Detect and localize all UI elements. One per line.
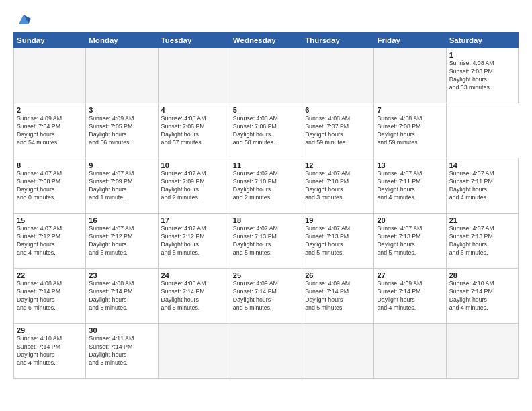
cell-info: Sunrise: 4:11 AMSunset: 7:14 PMDaylight … (89, 335, 134, 366)
calendar-cell: 15Sunrise: 4:07 AMSunset: 7:12 PMDayligh… (14, 214, 86, 269)
cell-info: Sunrise: 4:07 AMSunset: 7:08 PMDaylight … (17, 170, 62, 201)
cell-info: Sunrise: 4:07 AMSunset: 7:12 PMDaylight … (89, 225, 134, 256)
calendar-cell: 18Sunrise: 4:07 AMSunset: 7:13 PMDayligh… (230, 214, 302, 269)
cell-info: Sunrise: 4:07 AMSunset: 7:13 PMDaylight … (305, 225, 350, 256)
day-number: 20 (377, 216, 443, 224)
calendar-cell: 9Sunrise: 4:07 AMSunset: 7:09 PMDaylight… (86, 158, 158, 214)
calendar-cell: 26Sunrise: 4:09 AMSunset: 7:14 PMDayligh… (302, 269, 374, 324)
cell-info: Sunrise: 4:10 AMSunset: 7:14 PMDaylight … (17, 335, 62, 366)
calendar-cell: 3Sunrise: 4:09 AMSunset: 7:05 PMDaylight… (86, 103, 158, 158)
calendar-cell: 28Sunrise: 4:10 AMSunset: 7:14 PMDayligh… (446, 269, 518, 324)
calendar-cell-empty (86, 48, 158, 103)
cell-info: Sunrise: 4:09 AMSunset: 7:14 PMDaylight … (305, 280, 350, 311)
calendar: SundayMondayTuesdayWednesdayThursdayFrid… (13, 32, 519, 379)
day-number: 24 (161, 271, 227, 279)
header (13, 12, 519, 27)
calendar-cell: 20Sunrise: 4:07 AMSunset: 7:13 PMDayligh… (374, 214, 446, 269)
calendar-cell: 30Sunrise: 4:11 AMSunset: 7:14 PMDayligh… (86, 324, 158, 379)
calendar-cell: 5Sunrise: 4:08 AMSunset: 7:06 PMDaylight… (230, 103, 302, 158)
day-number: 6 (305, 106, 371, 114)
calendar-cell: 7Sunrise: 4:08 AMSunset: 7:08 PMDaylight… (374, 103, 446, 158)
calendar-cell: 10Sunrise: 4:07 AMSunset: 7:09 PMDayligh… (158, 158, 230, 214)
cell-info: Sunrise: 4:07 AMSunset: 7:09 PMDaylight … (161, 170, 206, 201)
day-number: 22 (17, 271, 83, 279)
calendar-cell: 23Sunrise: 4:08 AMSunset: 7:14 PMDayligh… (86, 269, 158, 324)
cell-info: Sunrise: 4:07 AMSunset: 7:12 PMDaylight … (17, 225, 62, 256)
cell-info: Sunrise: 4:09 AMSunset: 7:14 PMDaylight … (233, 280, 278, 311)
day-number: 29 (17, 326, 83, 334)
day-header: Monday (86, 33, 158, 48)
calendar-cell-empty (230, 324, 302, 379)
calendar-cell: 24Sunrise: 4:08 AMSunset: 7:14 PMDayligh… (158, 269, 230, 324)
calendar-row: 29Sunrise: 4:10 AMSunset: 7:14 PMDayligh… (14, 324, 519, 379)
calendar-cell: 11Sunrise: 4:07 AMSunset: 7:10 PMDayligh… (230, 158, 302, 214)
cell-info: Sunrise: 4:08 AMSunset: 7:03 PMDaylight … (449, 60, 494, 91)
calendar-cell-empty (14, 48, 86, 103)
day-number: 7 (377, 106, 443, 114)
calendar-cell-empty (158, 324, 230, 379)
calendar-cell-empty (158, 48, 230, 103)
day-header: Saturday (446, 33, 518, 48)
day-header: Thursday (302, 33, 374, 48)
day-header: Tuesday (158, 33, 230, 48)
day-header: Sunday (14, 33, 86, 48)
cell-info: Sunrise: 4:07 AMSunset: 7:10 PMDaylight … (233, 170, 278, 201)
calendar-cell: 14Sunrise: 4:07 AMSunset: 7:11 PMDayligh… (446, 158, 518, 214)
cell-info: Sunrise: 4:07 AMSunset: 7:10 PMDaylight … (305, 170, 350, 201)
day-number: 11 (233, 161, 299, 169)
calendar-cell: 22Sunrise: 4:08 AMSunset: 7:14 PMDayligh… (14, 269, 86, 324)
cell-info: Sunrise: 4:07 AMSunset: 7:13 PMDaylight … (377, 225, 422, 256)
day-number: 10 (161, 161, 227, 169)
calendar-row: 22Sunrise: 4:08 AMSunset: 7:14 PMDayligh… (14, 269, 519, 324)
calendar-cell: 1Sunrise: 4:08 AMSunset: 7:03 PMDaylight… (446, 48, 518, 103)
day-number: 12 (305, 161, 371, 169)
day-header: Friday (374, 33, 446, 48)
day-number: 9 (89, 161, 154, 169)
cell-info: Sunrise: 4:07 AMSunset: 7:09 PMDaylight … (89, 170, 134, 201)
calendar-cell: 29Sunrise: 4:10 AMSunset: 7:14 PMDayligh… (14, 324, 86, 379)
day-number: 13 (377, 161, 443, 169)
calendar-cell-empty (374, 48, 446, 103)
cell-info: Sunrise: 4:08 AMSunset: 7:14 PMDaylight … (161, 280, 206, 311)
day-number: 4 (161, 106, 227, 114)
calendar-header-row: SundayMondayTuesdayWednesdayThursdayFrid… (14, 33, 519, 48)
cell-info: Sunrise: 4:07 AMSunset: 7:12 PMDaylight … (161, 225, 206, 256)
calendar-cell: 12Sunrise: 4:07 AMSunset: 7:10 PMDayligh… (302, 158, 374, 214)
cell-info: Sunrise: 4:07 AMSunset: 7:13 PMDaylight … (233, 225, 278, 256)
calendar-cell: 25Sunrise: 4:09 AMSunset: 7:14 PMDayligh… (230, 269, 302, 324)
day-number: 26 (305, 271, 371, 279)
cell-info: Sunrise: 4:08 AMSunset: 7:07 PMDaylight … (305, 115, 350, 146)
calendar-cell-empty (374, 324, 446, 379)
calendar-cell: 21Sunrise: 4:07 AMSunset: 7:13 PMDayligh… (446, 214, 518, 269)
calendar-cell-empty (302, 48, 374, 103)
calendar-cell-empty (302, 324, 374, 379)
day-number: 14 (449, 161, 515, 169)
day-number: 1 (449, 51, 515, 59)
day-number: 15 (17, 216, 83, 224)
calendar-cell: 19Sunrise: 4:07 AMSunset: 7:13 PMDayligh… (302, 214, 374, 269)
day-number: 28 (449, 271, 515, 279)
calendar-row: 15Sunrise: 4:07 AMSunset: 7:12 PMDayligh… (14, 214, 519, 269)
day-number: 18 (233, 216, 299, 224)
day-number: 21 (449, 216, 515, 224)
calendar-cell: 2Sunrise: 4:09 AMSunset: 7:04 PMDaylight… (14, 103, 86, 158)
calendar-row: 2Sunrise: 4:09 AMSunset: 7:04 PMDaylight… (14, 103, 519, 158)
calendar-row: 1Sunrise: 4:08 AMSunset: 7:03 PMDaylight… (14, 48, 519, 103)
calendar-cell-empty (446, 324, 518, 379)
day-number: 8 (17, 161, 83, 169)
cell-info: Sunrise: 4:07 AMSunset: 7:13 PMDaylight … (449, 225, 494, 256)
calendar-cell: 27Sunrise: 4:09 AMSunset: 7:14 PMDayligh… (374, 269, 446, 324)
day-number: 2 (17, 106, 83, 114)
cell-info: Sunrise: 4:09 AMSunset: 7:04 PMDaylight … (17, 115, 62, 146)
cell-info: Sunrise: 4:08 AMSunset: 7:06 PMDaylight … (233, 115, 278, 146)
calendar-cell: 13Sunrise: 4:07 AMSunset: 7:11 PMDayligh… (374, 158, 446, 214)
calendar-cell: 16Sunrise: 4:07 AMSunset: 7:12 PMDayligh… (86, 214, 158, 269)
page: SundayMondayTuesdayWednesdayThursdayFrid… (0, 0, 532, 411)
day-header: Wednesday (230, 33, 302, 48)
day-number: 19 (305, 216, 371, 224)
day-number: 5 (233, 106, 299, 114)
calendar-cell: 8Sunrise: 4:07 AMSunset: 7:08 PMDaylight… (14, 158, 86, 214)
calendar-cell-empty (230, 48, 302, 103)
day-number: 25 (233, 271, 299, 279)
cell-info: Sunrise: 4:08 AMSunset: 7:06 PMDaylight … (161, 115, 206, 146)
